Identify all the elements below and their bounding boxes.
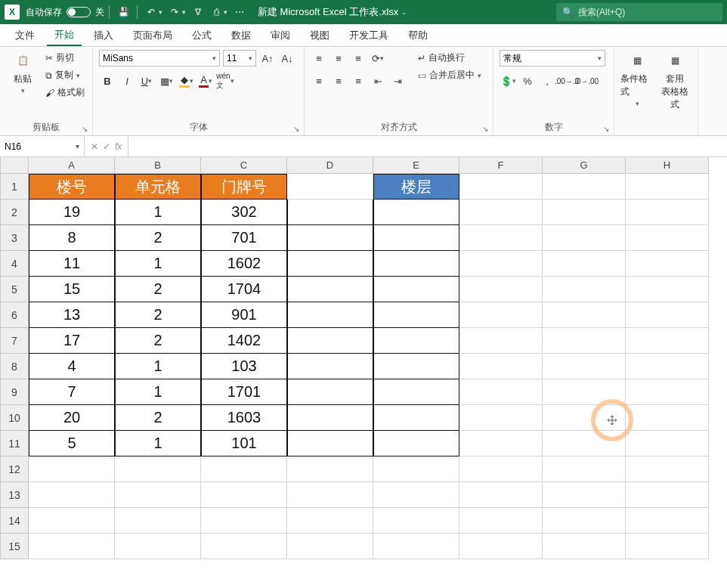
cell-H10[interactable] xyxy=(626,405,709,431)
cell-B14[interactable] xyxy=(115,508,201,534)
cell-F7[interactable] xyxy=(459,328,543,354)
cell-H13[interactable] xyxy=(626,482,709,508)
cell-A14[interactable] xyxy=(29,508,115,534)
row-header-5[interactable]: 5 xyxy=(0,277,29,302)
column-header-A[interactable]: A xyxy=(29,157,115,174)
column-header-C[interactable]: C xyxy=(201,157,287,174)
row-header-13[interactable]: 13 xyxy=(0,482,29,508)
increase-font-button[interactable]: A↑ xyxy=(259,50,276,67)
cell-H2[interactable] xyxy=(626,200,709,225)
column-header-D[interactable]: D xyxy=(287,157,373,174)
align-left-button[interactable]: ≡ xyxy=(311,73,327,89)
tab-数据[interactable]: 数据 xyxy=(224,26,258,45)
border-button[interactable]: ▦▾ xyxy=(158,73,175,89)
cell-F6[interactable] xyxy=(459,302,543,328)
cell-A12[interactable] xyxy=(29,456,115,482)
undo-button[interactable]: ↶▾ xyxy=(142,5,166,20)
cell-A6[interactable]: 13 xyxy=(29,302,115,328)
column-header-B[interactable]: B xyxy=(115,157,201,174)
cell-E4[interactable] xyxy=(373,251,459,277)
cell-C8[interactable]: 103 xyxy=(201,354,287,379)
column-header-E[interactable]: E xyxy=(373,157,459,174)
cell-G3[interactable] xyxy=(543,225,626,251)
orientation-button[interactable]: ⟳▾ xyxy=(370,50,386,67)
cell-D9[interactable] xyxy=(287,379,373,405)
cell-H6[interactable] xyxy=(626,302,709,328)
dialog-launcher[interactable]: ↘ xyxy=(603,125,612,134)
row-header-6[interactable]: 6 xyxy=(0,302,29,328)
cell-E12[interactable] xyxy=(373,456,459,482)
cell-F3[interactable] xyxy=(459,225,543,251)
cell-H8[interactable] xyxy=(626,354,709,379)
row-header-4[interactable]: 4 xyxy=(0,251,29,277)
cell-D10[interactable] xyxy=(287,405,373,431)
cell-G5[interactable] xyxy=(543,277,626,302)
cell-B10[interactable]: 2 xyxy=(115,405,201,431)
cell-A11[interactable]: 5 xyxy=(29,431,115,456)
fx-button[interactable]: fx xyxy=(115,141,122,152)
cell-G8[interactable] xyxy=(543,354,626,379)
decrease-indent-button[interactable]: ⇤ xyxy=(370,73,386,89)
wrap-text-button[interactable]: ↵自动换行 xyxy=(416,50,483,66)
cell-F5[interactable] xyxy=(459,277,543,302)
cell-F9[interactable] xyxy=(459,379,543,405)
cell-G15[interactable] xyxy=(543,534,626,559)
phonetic-button[interactable]: wén文▾ xyxy=(217,73,234,89)
row-header-2[interactable]: 2 xyxy=(0,200,29,225)
cell-B4[interactable]: 1 xyxy=(115,251,201,277)
row-header-14[interactable]: 14 xyxy=(0,508,29,534)
cell-C13[interactable] xyxy=(201,482,287,508)
cell-B1[interactable]: 单元格 xyxy=(115,174,201,200)
increase-decimal-button[interactable]: .00→.0 xyxy=(558,73,575,89)
tab-开始[interactable]: 开始 xyxy=(47,25,82,46)
cell-C4[interactable]: 1602 xyxy=(201,251,287,277)
cell-F11[interactable] xyxy=(459,431,543,456)
cut-button[interactable]: ✂剪切 xyxy=(44,50,86,66)
cell-B7[interactable]: 2 xyxy=(115,328,201,354)
column-header-F[interactable]: F xyxy=(459,157,543,174)
paste-button[interactable]: 📋 粘贴 ▾ xyxy=(6,50,39,94)
cell-B2[interactable]: 1 xyxy=(115,200,201,225)
cell-H14[interactable] xyxy=(626,508,709,534)
cell-G7[interactable] xyxy=(543,328,626,354)
autosave-toggle[interactable]: 自动保存 关 xyxy=(26,6,104,19)
cell-C3[interactable]: 701 xyxy=(201,225,287,251)
cell-B8[interactable]: 1 xyxy=(115,354,201,379)
cell-F15[interactable] xyxy=(459,534,543,559)
cell-G13[interactable] xyxy=(543,482,626,508)
cell-D14[interactable] xyxy=(287,508,373,534)
cell-B3[interactable]: 2 xyxy=(115,225,201,251)
cell-D3[interactable] xyxy=(287,225,373,251)
cell-E6[interactable] xyxy=(373,302,459,328)
cell-E2[interactable] xyxy=(373,200,459,225)
align-center-button[interactable]: ≡ xyxy=(330,73,347,89)
cell-E11[interactable] xyxy=(373,431,459,456)
cell-F8[interactable] xyxy=(459,354,543,379)
cell-A10[interactable]: 20 xyxy=(29,405,115,431)
format-as-table-button[interactable]: ▦ 套用 表格格式 xyxy=(658,50,691,111)
row-header-3[interactable]: 3 xyxy=(0,225,29,251)
cell-E1[interactable]: 楼层 xyxy=(373,174,459,200)
cell-H11[interactable] xyxy=(626,431,709,456)
camera-button[interactable]: ⎙▾ xyxy=(207,5,230,20)
cell-F13[interactable] xyxy=(459,482,543,508)
cell-C5[interactable]: 1704 xyxy=(201,277,287,302)
tab-帮助[interactable]: 帮助 xyxy=(401,26,435,45)
fill-color-button[interactable]: ◆▾ xyxy=(178,73,194,89)
cell-H4[interactable] xyxy=(626,251,709,277)
cell-D6[interactable] xyxy=(287,302,373,328)
formula-input[interactable] xyxy=(128,136,727,156)
qat-customize-button[interactable]: ⋯ xyxy=(230,5,249,20)
cell-H12[interactable] xyxy=(626,456,709,482)
cell-H15[interactable] xyxy=(626,534,709,559)
dialog-launcher[interactable]: ↘ xyxy=(82,125,91,134)
cell-H9[interactable] xyxy=(626,379,709,405)
font-size-select[interactable]: 11▾ xyxy=(223,50,256,67)
tab-公式[interactable]: 公式 xyxy=(184,26,219,45)
cell-A15[interactable] xyxy=(29,534,115,559)
cancel-formula-button[interactable]: ✕ xyxy=(91,141,98,152)
cell-F2[interactable] xyxy=(459,200,543,225)
row-header-9[interactable]: 9 xyxy=(0,379,29,405)
document-title[interactable]: 新建 Microsoft Excel 工作表.xlsx ⌄ xyxy=(258,5,407,19)
cell-G2[interactable] xyxy=(543,200,626,225)
